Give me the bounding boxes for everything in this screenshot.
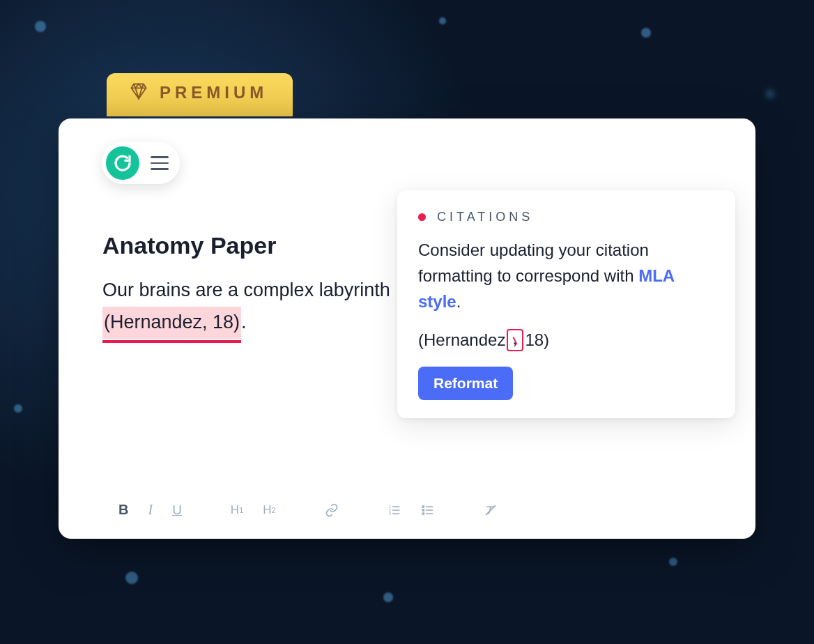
citation-highlight[interactable]: (Hernandez, 18) (102, 307, 241, 339)
citation-example: (Hernandez 18) (418, 329, 714, 351)
link-button[interactable] (325, 503, 339, 517)
remove-comma-icon (507, 329, 523, 351)
format-toolbar: B I U H1 H2 123 (118, 502, 498, 518)
diamond-icon (129, 83, 148, 102)
document-body[interactable]: Our brains are a complex labyrinth (Hern… (102, 275, 395, 339)
reformat-button[interactable]: Reformat (418, 367, 513, 400)
premium-label: PREMIUM (160, 83, 268, 102)
premium-badge: PREMIUM (107, 73, 293, 116)
suggestion-category: CITATIONS (437, 210, 533, 224)
h2-button[interactable]: H2 (263, 503, 275, 517)
svg-point-10 (422, 509, 424, 511)
h1-button[interactable]: H1 (231, 503, 243, 517)
svg-point-9 (422, 505, 424, 507)
bold-button[interactable]: B (118, 502, 128, 518)
error-underline (102, 340, 241, 343)
category-dot-icon (418, 213, 426, 221)
underline-button[interactable]: U (172, 503, 182, 518)
svg-point-11 (422, 512, 424, 514)
body-text-suffix: . (241, 312, 247, 332)
suggestion-header: CITATIONS (418, 210, 714, 224)
body-text-prefix: Our brains are a complex labyrinth (102, 279, 390, 300)
suggestion-card[interactable]: CITATIONS Consider updating your citatio… (397, 190, 735, 418)
menu-icon[interactable] (149, 153, 170, 173)
clear-format-button[interactable] (484, 503, 498, 517)
bullet-list-button[interactable] (421, 503, 435, 517)
editor-card: Anatomy Paper Our brains are a complex l… (59, 118, 755, 539)
grammarly-icon[interactable] (106, 146, 139, 180)
svg-text:3: 3 (388, 511, 390, 515)
ordered-list-button[interactable]: 123 (387, 503, 401, 517)
italic-button[interactable]: I (148, 502, 153, 518)
grammarly-widget[interactable] (102, 142, 180, 184)
document-title[interactable]: Anatomy Paper (102, 232, 276, 259)
suggestion-message: Consider updating your citation formatti… (418, 237, 714, 315)
